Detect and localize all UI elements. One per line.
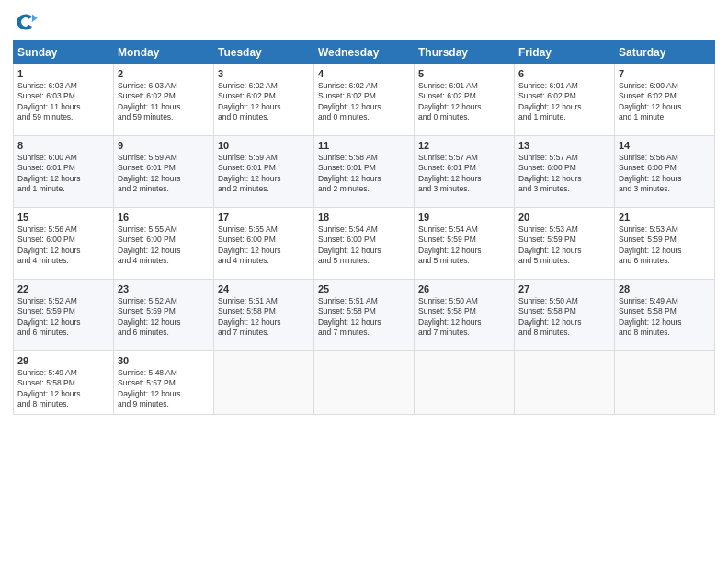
day-number: 2	[118, 68, 210, 79]
day-info: Sunrise: 5:51 AM Sunset: 5:58 PM Dayligh…	[318, 296, 410, 339]
calendar-cell: 24Sunrise: 5:51 AM Sunset: 5:58 PM Dayli…	[214, 280, 314, 351]
day-number: 3	[218, 68, 310, 79]
calendar-cell	[415, 351, 515, 415]
column-header-wednesday: Wednesday	[314, 41, 415, 64]
calendar-cell: 21Sunrise: 5:53 AM Sunset: 5:59 PM Dayli…	[615, 208, 715, 280]
calendar-cell	[214, 351, 314, 415]
day-number: 21	[619, 212, 711, 223]
day-info: Sunrise: 6:00 AM Sunset: 6:02 PM Dayligh…	[619, 81, 711, 123]
day-number: 11	[318, 140, 410, 151]
calendar-cell: 16Sunrise: 5:55 AM Sunset: 6:00 PM Dayli…	[114, 208, 214, 280]
day-info: Sunrise: 5:56 AM Sunset: 6:00 PM Dayligh…	[17, 224, 109, 267]
column-header-tuesday: Tuesday	[214, 41, 314, 64]
calendar-cell: 23Sunrise: 5:52 AM Sunset: 5:59 PM Dayli…	[114, 280, 214, 351]
day-info: Sunrise: 5:49 AM Sunset: 5:58 PM Dayligh…	[17, 368, 109, 410]
calendar-cell: 4Sunrise: 6:02 AM Sunset: 6:02 PM Daylig…	[314, 64, 415, 136]
logo	[13, 9, 42, 35]
column-header-friday: Friday	[515, 41, 615, 64]
day-number: 5	[418, 68, 510, 79]
day-info: Sunrise: 5:49 AM Sunset: 5:58 PM Dayligh…	[619, 296, 711, 339]
calendar-cell: 11Sunrise: 5:58 AM Sunset: 6:01 PM Dayli…	[314, 136, 415, 208]
column-header-sunday: Sunday	[14, 41, 114, 64]
day-info: Sunrise: 5:57 AM Sunset: 6:01 PM Dayligh…	[418, 153, 510, 195]
day-info: Sunrise: 5:52 AM Sunset: 5:59 PM Dayligh…	[118, 296, 210, 339]
day-info: Sunrise: 6:01 AM Sunset: 6:02 PM Dayligh…	[518, 81, 610, 123]
calendar-cell: 12Sunrise: 5:57 AM Sunset: 6:01 PM Dayli…	[415, 136, 515, 208]
day-number: 30	[118, 355, 210, 366]
day-info: Sunrise: 6:03 AM Sunset: 6:02 PM Dayligh…	[118, 81, 210, 123]
day-number: 6	[518, 68, 610, 79]
calendar-cell: 29Sunrise: 5:49 AM Sunset: 5:58 PM Dayli…	[14, 351, 114, 415]
day-number: 17	[218, 212, 310, 223]
calendar-cell: 17Sunrise: 5:55 AM Sunset: 6:00 PM Dayli…	[214, 208, 314, 280]
calendar-cell	[615, 351, 715, 415]
day-info: Sunrise: 6:00 AM Sunset: 6:01 PM Dayligh…	[17, 153, 109, 195]
day-info: Sunrise: 5:59 AM Sunset: 6:01 PM Dayligh…	[118, 153, 210, 195]
calendar-cell: 25Sunrise: 5:51 AM Sunset: 5:58 PM Dayli…	[314, 280, 415, 351]
day-number: 27	[518, 283, 610, 294]
day-number: 18	[318, 212, 410, 223]
calendar-cell: 10Sunrise: 5:59 AM Sunset: 6:01 PM Dayli…	[214, 136, 314, 208]
calendar-cell	[515, 351, 615, 415]
day-number: 8	[17, 140, 109, 151]
day-number: 4	[318, 68, 410, 79]
calendar-cell: 9Sunrise: 5:59 AM Sunset: 6:01 PM Daylig…	[114, 136, 214, 208]
day-number: 7	[619, 68, 711, 79]
day-number: 28	[619, 283, 711, 294]
day-info: Sunrise: 5:59 AM Sunset: 6:01 PM Dayligh…	[218, 153, 310, 195]
day-number: 10	[218, 140, 310, 151]
calendar-cell: 7Sunrise: 6:00 AM Sunset: 6:02 PM Daylig…	[615, 64, 715, 136]
day-info: Sunrise: 5:52 AM Sunset: 5:59 PM Dayligh…	[17, 296, 109, 339]
calendar-cell: 30Sunrise: 5:48 AM Sunset: 5:57 PM Dayli…	[114, 351, 214, 415]
day-number: 12	[418, 140, 510, 151]
day-number: 14	[619, 140, 711, 151]
calendar-cell: 6Sunrise: 6:01 AM Sunset: 6:02 PM Daylig…	[515, 64, 615, 136]
column-header-thursday: Thursday	[415, 41, 515, 64]
calendar-cell: 8Sunrise: 6:00 AM Sunset: 6:01 PM Daylig…	[14, 136, 114, 208]
day-number: 23	[118, 283, 210, 294]
day-number: 19	[418, 212, 510, 223]
day-info: Sunrise: 6:01 AM Sunset: 6:02 PM Dayligh…	[418, 81, 510, 123]
day-number: 24	[218, 283, 310, 294]
day-number: 1	[17, 68, 109, 79]
calendar-cell: 22Sunrise: 5:52 AM Sunset: 5:59 PM Dayli…	[14, 280, 114, 351]
day-info: Sunrise: 5:48 AM Sunset: 5:57 PM Dayligh…	[118, 368, 210, 410]
calendar-cell: 3Sunrise: 6:02 AM Sunset: 6:02 PM Daylig…	[214, 64, 314, 136]
calendar-cell: 27Sunrise: 5:50 AM Sunset: 5:58 PM Dayli…	[515, 280, 615, 351]
calendar-cell: 5Sunrise: 6:01 AM Sunset: 6:02 PM Daylig…	[415, 64, 515, 136]
day-info: Sunrise: 6:02 AM Sunset: 6:02 PM Dayligh…	[318, 81, 410, 123]
day-number: 22	[17, 283, 109, 294]
day-number: 20	[518, 212, 610, 223]
calendar-cell: 20Sunrise: 5:53 AM Sunset: 5:59 PM Dayli…	[515, 208, 615, 280]
column-header-monday: Monday	[114, 41, 214, 64]
day-number: 26	[418, 283, 510, 294]
logo-icon	[13, 9, 39, 35]
day-info: Sunrise: 5:54 AM Sunset: 6:00 PM Dayligh…	[318, 224, 410, 267]
calendar-cell: 18Sunrise: 5:54 AM Sunset: 6:00 PM Dayli…	[314, 208, 415, 280]
day-info: Sunrise: 5:50 AM Sunset: 5:58 PM Dayligh…	[518, 296, 610, 339]
day-info: Sunrise: 5:50 AM Sunset: 5:58 PM Dayligh…	[418, 296, 510, 339]
day-info: Sunrise: 6:03 AM Sunset: 6:03 PM Dayligh…	[17, 81, 109, 123]
day-number: 15	[17, 212, 109, 223]
calendar-cell: 28Sunrise: 5:49 AM Sunset: 5:58 PM Dayli…	[615, 280, 715, 351]
day-info: Sunrise: 5:56 AM Sunset: 6:00 PM Dayligh…	[619, 153, 711, 195]
calendar-cell: 1Sunrise: 6:03 AM Sunset: 6:03 PM Daylig…	[14, 64, 114, 136]
calendar-table: SundayMondayTuesdayWednesdayThursdayFrid…	[13, 40, 715, 415]
day-info: Sunrise: 5:53 AM Sunset: 5:59 PM Dayligh…	[518, 224, 610, 267]
day-number: 16	[118, 212, 210, 223]
calendar-cell: 14Sunrise: 5:56 AM Sunset: 6:00 PM Dayli…	[615, 136, 715, 208]
day-info: Sunrise: 5:53 AM Sunset: 5:59 PM Dayligh…	[619, 224, 711, 267]
page: SundayMondayTuesdayWednesdayThursdayFrid…	[0, 0, 728, 563]
calendar-cell	[314, 351, 415, 415]
day-number: 9	[118, 140, 210, 151]
day-info: Sunrise: 5:58 AM Sunset: 6:01 PM Dayligh…	[318, 153, 410, 195]
calendar-cell: 13Sunrise: 5:57 AM Sunset: 6:00 PM Dayli…	[515, 136, 615, 208]
column-header-saturday: Saturday	[615, 41, 715, 64]
header	[13, 9, 715, 35]
day-info: Sunrise: 5:51 AM Sunset: 5:58 PM Dayligh…	[218, 296, 310, 339]
calendar-header-row: SundayMondayTuesdayWednesdayThursdayFrid…	[14, 41, 715, 64]
day-number: 13	[518, 140, 610, 151]
calendar-cell: 26Sunrise: 5:50 AM Sunset: 5:58 PM Dayli…	[415, 280, 515, 351]
day-number: 29	[17, 355, 109, 366]
day-info: Sunrise: 5:57 AM Sunset: 6:00 PM Dayligh…	[518, 153, 610, 195]
